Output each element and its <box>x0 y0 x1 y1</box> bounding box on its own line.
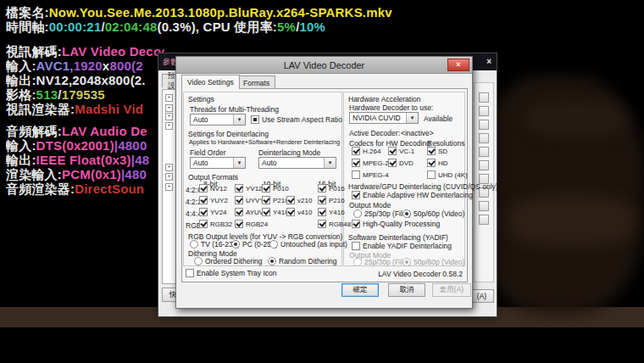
tree-expand-icon[interactable]: + <box>165 173 173 181</box>
format-checkbox-y410[interactable]: Y410 <box>262 208 289 216</box>
checkbox-box <box>186 269 194 277</box>
hq-processing-checkbox[interactable]: High-Quality Processing <box>352 220 440 228</box>
format-checkbox-p010[interactable]: P010 <box>262 184 289 193</box>
sw-deint-header: Software Deinterlacing (YADIF) <box>348 233 448 242</box>
radio-ordered-dithering[interactable]: Ordered Dithering <box>194 257 263 265</box>
options-mini-button[interactable] <box>479 120 489 130</box>
radio-circle <box>268 257 276 265</box>
format-checkbox-ayuv[interactable]: AYUV <box>235 208 264 216</box>
checkbox-box <box>352 191 360 199</box>
osd-segment: DirectSoun <box>75 182 144 196</box>
format-checkbox-p016[interactable]: P016 <box>318 184 345 193</box>
deint-mode-dropdown[interactable]: Auto▾ <box>258 157 336 169</box>
radio-hw-video[interactable]: 50p/60p (Video) <box>402 209 464 218</box>
options-mini-button[interactable] <box>479 147 489 157</box>
codec-checkbox-sd[interactable]: SD <box>427 147 447 155</box>
chevron-down-icon: ▾ <box>406 113 418 123</box>
format-checkbox-label: Y416 <box>329 209 345 216</box>
format-checkbox-y416[interactable]: Y416 <box>318 208 345 216</box>
format-checkbox-yv24[interactable]: YV24 <box>199 208 227 216</box>
options-apply-button[interactable]: (A) <box>469 289 494 303</box>
ok-button[interactable]: 確定 <box>341 283 379 297</box>
format-checkbox-uyvy[interactable]: UYVY <box>235 196 264 204</box>
radio-circle <box>402 209 411 218</box>
tree-expand-icon[interactable]: + <box>165 164 173 171</box>
format-checkbox-yv12[interactable]: YV12 <box>235 184 263 193</box>
codec-checkbox-vc-1[interactable]: VC-1 <box>388 147 414 155</box>
osd-segment: 輸入: <box>6 138 36 153</box>
options-mini-button[interactable] <box>479 215 489 225</box>
tab-formats[interactable]: Formats <box>237 75 275 89</box>
tray-icon-label: Enable System Tray Icon <box>197 269 277 277</box>
tree-expand-icon[interactable]: + <box>165 122 173 130</box>
apply-button: 套用(A) <box>432 283 471 297</box>
codec-checkbox-dvd[interactable]: DVD <box>388 159 414 167</box>
yadif-checkbox[interactable]: Enable YADIF Deinterlacing <box>352 242 452 250</box>
osd-segment: Madshi Vid <box>75 102 143 116</box>
checkbox-box <box>318 208 326 216</box>
stream-aspect-ratio-checkbox[interactable]: Use Stream Aspect Ratio <box>251 115 342 124</box>
options-mini-button[interactable] <box>479 106 489 116</box>
format-checkbox-p210[interactable]: P210 <box>262 196 289 204</box>
tab-video-settings[interactable]: Video Settings <box>181 75 240 89</box>
osd-segment: 輸出: <box>6 73 36 87</box>
codec-checkbox-mpeg-2[interactable]: MPEG-2 <box>352 159 389 167</box>
format-checkbox-rgb48[interactable]: RGB48 <box>318 220 351 228</box>
tray-icon-checkbox[interactable]: Enable System Tray Icon <box>186 269 277 277</box>
lav-dialog-titlebar[interactable]: LAV Video Decoder <box>176 57 472 74</box>
format-checkbox-yuy2[interactable]: YUY2 <box>199 196 228 204</box>
checkbox-box <box>427 159 436 167</box>
osd-segment: IEEE Float(0x3) <box>36 153 131 167</box>
tree-expand-icon[interactable]: + <box>165 183 173 191</box>
tree-expand-icon[interactable]: + <box>165 94 173 102</box>
checkbox-box <box>352 159 360 167</box>
checkbox-box <box>352 147 360 155</box>
field-order-dropdown[interactable]: Auto▾ <box>190 157 246 169</box>
format-checkbox-label: RGB32 <box>210 221 232 228</box>
radio-random-label: Random Dithering <box>279 257 337 265</box>
format-checkbox-label: RGB48 <box>329 221 351 228</box>
checkbox-box <box>235 220 243 228</box>
adaptive-hw-deint-checkbox[interactable]: Enable Adaptive HW Deinterlacing <box>352 191 473 199</box>
osd-audio-stats: 音頻解碼:LAV Audio De 輸入:DTS(0x2001)|4800 輸出… <box>6 124 164 196</box>
radio-untouched-levels[interactable]: Untouched (as input) <box>269 240 347 249</box>
hw-decoder-dropdown[interactable]: NVIDIA CUVID▾ <box>349 112 419 124</box>
format-checkbox-nv12[interactable]: NV12 <box>199 184 227 193</box>
settings-header: Settings <box>188 95 214 103</box>
options-mini-button[interactable] <box>479 92 489 103</box>
osd-audio-decoder: 音頻解碼:LAV Audio De <box>6 124 164 138</box>
chevron-down-icon: ▾ <box>233 114 245 125</box>
lav-close-button[interactable]: × <box>447 59 469 71</box>
format-checkbox-rgb24[interactable]: RGB24 <box>235 220 268 228</box>
format-checkbox-rgb32[interactable]: RGB32 <box>199 220 232 228</box>
osd-segment: 時間軸: <box>6 20 49 34</box>
field-order-value: Auto <box>193 159 208 167</box>
checkbox-box <box>199 184 208 193</box>
codec-checkbox-h-264[interactable]: H.264 <box>352 147 380 155</box>
osd-segment: 513 <box>36 87 58 102</box>
tree-expand-icon[interactable]: + <box>165 113 173 120</box>
osd-segment: 02:04:48 <box>105 20 158 34</box>
format-checkbox-v210[interactable]: v210 <box>286 196 312 204</box>
radio-random-dithering[interactable]: Random Dithering <box>268 257 337 265</box>
options-mini-button[interactable] <box>479 160 489 170</box>
codec-checkbox-uhd-4k-[interactable]: UHD (4K) <box>427 170 468 179</box>
options-close-icon[interactable]: × <box>486 58 491 66</box>
format-checkbox-p216[interactable]: P216 <box>318 196 345 204</box>
checkbox-box <box>262 184 270 193</box>
codec-checkbox-mpeg-4[interactable]: MPEG-4 <box>352 170 389 179</box>
checkbox-box <box>427 170 436 179</box>
codec-checkbox-hd[interactable]: HD <box>427 159 448 167</box>
format-checkbox-v410[interactable]: v410 <box>286 208 312 216</box>
tree-expand-icon[interactable]: + <box>165 104 173 112</box>
checkbox-box <box>318 184 326 193</box>
cancel-button[interactable]: 取消 <box>388 283 425 297</box>
format-checkbox-label: YV24 <box>210 209 227 216</box>
options-mini-button[interactable] <box>479 201 489 211</box>
osd-segment: 00:00:21 <box>49 20 102 34</box>
radio-hw-video-label: 50p/60p (Video) <box>414 209 464 218</box>
threads-dropdown[interactable]: Auto▾ <box>190 114 246 126</box>
options-mini-button[interactable] <box>479 133 489 143</box>
hw-deint-header: Hardware/GPU Deinterlacing (CUVID/QS onl… <box>348 182 498 191</box>
hw-accel-header: Hardware Acceleration <box>348 95 421 103</box>
